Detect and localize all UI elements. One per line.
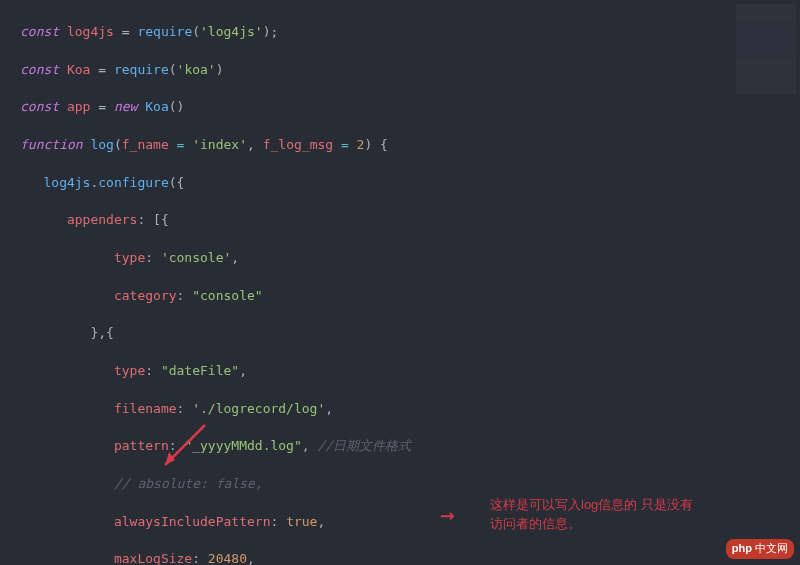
code-line: // absolute: false, [20,475,800,494]
code-line: type: "dateFile", [20,362,800,381]
code-line: category: "console" [20,287,800,306]
code-line: const app = new Koa() [20,98,800,117]
code-line: appenders: [{ [20,211,800,230]
code-line: maxLogSize: 20480, [20,550,800,565]
code-line: filename: './logrecord/log', [20,400,800,419]
code-line: type: 'console', [20,249,800,268]
code-line: function log(f_name = 'index', f_log_msg… [20,136,800,155]
annotation-text: 这样是可以写入log信息的 只是没有 访问者的信息。 [490,496,693,534]
minimap[interactable] [736,4,796,94]
watermark-badge: php 中文网 [726,539,794,559]
code-line: const log4js = require('log4js'); [20,23,800,42]
arrow-icon: → [440,498,454,533]
code-editor[interactable]: const log4js = require('log4js'); const … [0,0,800,565]
code-line: const Koa = require('koa') [20,61,800,80]
arrow-annotation-icon [155,420,215,475]
code-line: },{ [20,324,800,343]
code-line: log4js.configure({ [20,174,800,193]
code-line: pattern: "_yyyyMMdd.log", //日期文件格式 [20,437,800,456]
